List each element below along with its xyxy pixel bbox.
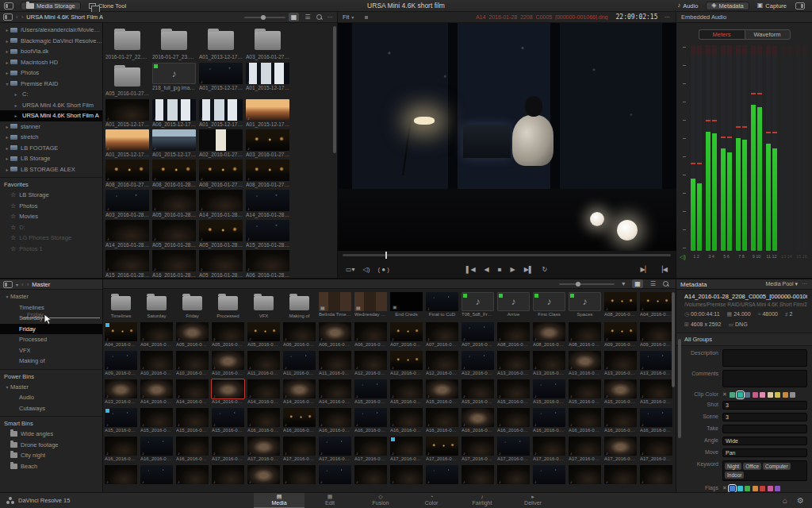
pool-clip[interactable]: A14_2016-01-28_2...	[140, 379, 173, 406]
pool-clip[interactable]: A17_2016-01-28_0...	[462, 437, 494, 463]
pool-clip[interactable]: A15_2016-01-28_2...	[462, 379, 494, 406]
pool-clip[interactable]: A16_2016-01-28_0...	[497, 408, 530, 434]
viewer-zoom-dropdown[interactable]: Fit ▾	[343, 13, 354, 21]
pool-clip[interactable]: A13_2016-01-28_2...	[604, 351, 637, 377]
pool-clip[interactable]: A16_2016-01-28_0...	[604, 408, 637, 434]
bin-item[interactable]: Processed	[0, 334, 102, 345]
pool-thumbnail-slider[interactable]	[559, 283, 615, 285]
pool-clip[interactable]: A15_2016-01-28_2...	[640, 379, 672, 406]
pool-clip[interactable]: Wednesday Edit	[354, 292, 387, 320]
pool-clip[interactable]: A05_2016-01-27_2...	[212, 322, 244, 348]
power-bin-item[interactable]: Cutaways	[0, 403, 102, 414]
toggle-right-panel-icon[interactable]	[795, 2, 805, 10]
pool-clip[interactable]: A04_2016-01-27_2...	[105, 322, 137, 348]
pool-clip[interactable]: A16_2016-01-28_0...	[640, 408, 672, 434]
media-clip[interactable]: A08_2016-01-28_001...	[152, 160, 196, 188]
tree-chevron-icon[interactable]	[4, 134, 10, 140]
pool-clip[interactable]: A17_2016-01-28_1...	[105, 465, 137, 484]
pool-clip[interactable]: Arrive	[497, 292, 530, 320]
storage-tree-item[interactable]: /Users/alexanderclair/Movies (Usage: 67%…	[0, 25, 102, 36]
pool-clip[interactable]: Belinda Timeline	[319, 292, 351, 320]
clone-tool-button[interactable]: Clone Tool	[84, 2, 131, 10]
pool-clip[interactable]: A10_2016-01-27_2...	[140, 351, 173, 377]
pool-clip[interactable]: A16_2016-01-28_0...	[105, 437, 137, 463]
tree-chevron-icon[interactable]	[4, 124, 10, 129]
pool-clip[interactable]: A17_2016-01-28_1...	[533, 465, 565, 484]
clip-color-swatch[interactable]	[768, 392, 773, 398]
pool-clip[interactable]: A17_2016-01-28_0...	[497, 437, 530, 463]
media-clip[interactable]: A02_2016-01-27_224...	[199, 129, 243, 158]
pool-clip[interactable]: A13_2016-01-28_2...	[533, 351, 565, 377]
pool-clip[interactable]: A16_2016-01-28_0...	[319, 408, 351, 434]
pool-clip[interactable]: A17_2016-01-28_1...	[176, 465, 209, 484]
page-tab[interactable]: Fusion	[355, 493, 406, 508]
media-clip[interactable]: A06_2015-12-17_185...	[152, 99, 196, 128]
step-back-button[interactable]: ◀	[485, 267, 489, 273]
pool-clip[interactable]: A17_2016-01-28_1...	[390, 465, 423, 484]
media-clip[interactable]: A05_2016-01-28_003...	[199, 220, 243, 248]
pool-clip[interactable]: A17_2016-01-28_0...	[283, 437, 316, 463]
pool-clip[interactable]: A08_2016-01-27_2...	[533, 322, 565, 348]
pool-clip[interactable]: Friday	[176, 292, 209, 320]
pool-clip[interactable]: A11_2016-01-28_0...	[247, 351, 280, 377]
tree-chevron-icon[interactable]	[4, 384, 10, 390]
pool-clip[interactable]: A16_2016-01-28_0...	[533, 408, 565, 434]
media-clip[interactable]: A14_2016-01-28_222...	[105, 220, 149, 248]
pool-clip[interactable]: A16_2016-01-28_0...	[176, 437, 209, 463]
pool-clip[interactable]: A15_2016-01-28_2...	[426, 379, 458, 406]
pool-clip[interactable]: A17_2016-01-28_0...	[319, 437, 351, 463]
clip-color-swatch[interactable]	[753, 392, 758, 398]
media-clip[interactable]: A03_2016-01-27_224...	[246, 26, 289, 61]
pool-clip[interactable]: A15_2016-01-28_2...	[497, 379, 530, 406]
search-icon[interactable]	[316, 14, 323, 21]
pool-search-icon[interactable]	[663, 281, 669, 287]
metadata-scrollbar[interactable]	[678, 339, 681, 438]
smart-bin-item[interactable]: Beach	[0, 461, 102, 472]
media-storage-button[interactable]: Media Storage	[21, 2, 81, 10]
pool-clip[interactable]: A15_2016-01-28_2...	[533, 379, 565, 406]
pool-clip[interactable]: A15_2016-01-28_0...	[212, 408, 244, 434]
tree-chevron-icon[interactable]	[4, 27, 10, 33]
favorite-item[interactable]: Movies	[0, 211, 102, 222]
media-clip[interactable]: A01_2015-12-17_201...	[246, 99, 289, 128]
tree-chevron-icon[interactable]	[4, 294, 10, 299]
toggle-left-panel-icon[interactable]	[4, 2, 13, 10]
media-clip[interactable]: A03_2016-01-28_000...	[105, 190, 149, 218]
favorite-item[interactable]: LB Storage	[0, 190, 102, 201]
keyword-chip[interactable]: Computer	[763, 463, 791, 470]
bin-forward-icon[interactable]: ›	[27, 281, 29, 288]
pool-clip[interactable]: A16_2016-01-28_0...	[140, 437, 173, 463]
pool-clip[interactable]: A06_2016-01-27_2...	[283, 322, 316, 348]
pool-clip[interactable]: A08_2016-01-27_2...	[604, 292, 637, 320]
tab-meters[interactable]: Meters	[699, 29, 745, 40]
pool-clip[interactable]: A15_2016-01-28_2...	[569, 379, 601, 406]
pool-clip[interactable]: A17_2016-01-28_1...	[462, 465, 494, 484]
pool-clip[interactable]: A06_2016-01-27_2...	[354, 322, 387, 348]
flag-swatch[interactable]	[775, 486, 780, 491]
bin-back-icon[interactable]: ‹	[21, 281, 24, 288]
pool-sort-icon[interactable]: ▾	[619, 279, 627, 288]
pool-clip[interactable]: A16_2016-01-28_0...	[426, 408, 458, 434]
tree-chevron-icon[interactable]	[13, 113, 19, 118]
back-arrow-icon[interactable]: ‹	[16, 13, 18, 21]
storage-tree-item[interactable]: stanner	[0, 121, 102, 133]
thumbnail-size-slider[interactable]	[244, 17, 285, 18]
bin-item[interactable]: VFX	[0, 345, 102, 356]
pool-clip[interactable]: A14_2016-01-28_2...	[319, 379, 351, 406]
pool-clip[interactable]: A04_2016-01-27_2...	[640, 292, 672, 320]
viewer-options-icon[interactable]: ⋯	[665, 13, 672, 21]
move-field[interactable]: Pan	[722, 448, 807, 457]
pool-clip[interactable]: A15_2016-01-28_2...	[604, 379, 637, 406]
clip-color-swatch[interactable]	[737, 392, 743, 398]
pool-clip[interactable]: A17_2016-01-28_0...	[426, 437, 458, 463]
pool-clip[interactable]: A17_2016-01-28_0...	[212, 437, 244, 463]
pool-clip[interactable]: A15_2016-01-28_0...	[105, 408, 137, 434]
go-to-start-button[interactable]: ▌◀	[466, 267, 476, 273]
media-clip[interactable]: 2016-01-27_22.23.12	[105, 26, 149, 61]
flag-swatch[interactable]	[730, 486, 735, 491]
flag-swatch[interactable]	[745, 486, 750, 491]
pool-clip[interactable]: A08_2016-01-27_2...	[569, 322, 601, 348]
pool-clip[interactable]: A16_2016-01-28_0...	[283, 408, 316, 434]
pool-clip[interactable]: A13_2016-01-28_2...	[497, 351, 530, 377]
clip-color-swatch[interactable]	[730, 392, 735, 398]
